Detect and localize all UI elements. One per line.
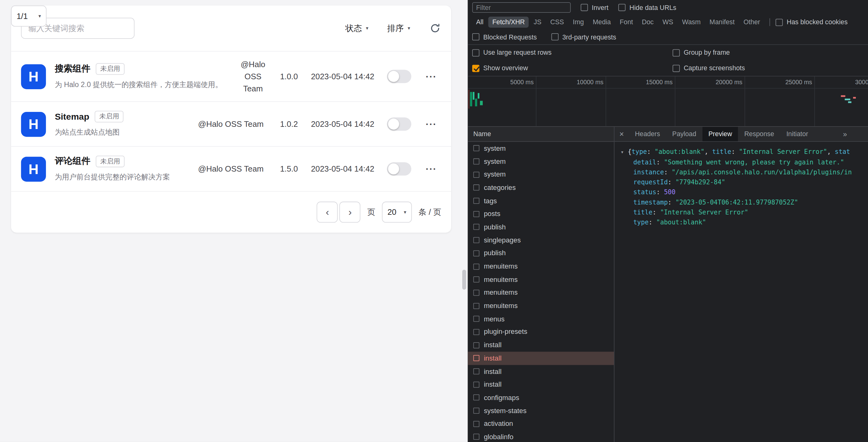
request-row[interactable]: publish bbox=[468, 220, 614, 233]
expander-icon[interactable]: ▾ bbox=[621, 147, 628, 157]
request-row[interactable]: tags bbox=[468, 194, 614, 207]
request-row[interactable]: plugin-presets bbox=[468, 325, 614, 338]
preview-json-line[interactable]: ▾{type: "about:blank", title: "Internal … bbox=[621, 147, 868, 157]
request-row[interactable]: system-states bbox=[468, 404, 614, 417]
next-page-button[interactable]: › bbox=[340, 202, 361, 223]
refresh-button[interactable] bbox=[429, 22, 441, 34]
tab-preview[interactable]: Preview bbox=[703, 127, 738, 141]
network-overview-timeline[interactable]: 5000 ms10000 ms15000 ms20000 ms25000 ms3… bbox=[468, 77, 868, 127]
tab-payload[interactable]: Payload bbox=[666, 127, 702, 141]
plugin-main: 评论组件 未启用 为用户前台提供完整的评论解决方案 bbox=[52, 156, 187, 182]
request-name: configmaps bbox=[484, 394, 519, 402]
request-type-icon bbox=[473, 381, 480, 388]
preview-json-line: status: 500 bbox=[621, 187, 868, 197]
blocked-requests-checkbox[interactable]: Blocked Requests bbox=[472, 33, 537, 41]
plugin-author[interactable]: @Halo OSS Team bbox=[192, 163, 269, 175]
request-row[interactable]: globalinfo bbox=[468, 431, 614, 442]
request-name: singlepages bbox=[484, 236, 521, 244]
type-filter-pill[interactable]: Doc bbox=[638, 17, 658, 28]
timeline-gridline bbox=[606, 77, 606, 126]
request-name: publish bbox=[484, 223, 506, 231]
plugin-author[interactable]: @Halo OSS Team bbox=[237, 58, 270, 95]
plugin-name[interactable]: 评论组件 bbox=[55, 156, 90, 167]
has-blocked-cookies-checkbox[interactable]: Has blocked cookies bbox=[776, 18, 848, 26]
type-filter-pill[interactable]: Img bbox=[569, 17, 588, 28]
show-overview-checkbox[interactable]: Show overview bbox=[472, 64, 528, 72]
plugin-author[interactable]: @Halo OSS Team bbox=[192, 118, 269, 130]
pagination-buttons: ‹ › bbox=[317, 202, 361, 223]
type-filter-pill[interactable]: JS bbox=[530, 17, 545, 28]
plugin-name[interactable]: Sitemap bbox=[55, 112, 89, 121]
request-name: menuitems bbox=[484, 263, 518, 270]
page-size-select[interactable]: 20 ▾ bbox=[382, 202, 412, 223]
invert-checkbox[interactable]: Invert bbox=[581, 4, 608, 11]
plugin-enable-toggle[interactable] bbox=[387, 162, 411, 176]
use-large-rows-checkbox[interactable]: Use large request rows bbox=[472, 49, 552, 57]
request-row[interactable]: publish bbox=[468, 247, 614, 260]
page-size-unit-label: 条 / 页 bbox=[418, 207, 441, 217]
plugin-row: H Sitemap 未启用 为站点生成站点地图 @Halo OSS Team 1… bbox=[11, 101, 452, 146]
checkbox-box-icon bbox=[551, 33, 558, 40]
checkbox-label: Show overview bbox=[484, 64, 528, 72]
request-row[interactable]: configmaps bbox=[468, 391, 614, 404]
page-scrollbar-thumb[interactable] bbox=[462, 270, 466, 290]
more-tabs-button[interactable]: » bbox=[843, 127, 847, 141]
network-filter-input[interactable] bbox=[472, 2, 571, 13]
request-row[interactable]: menuitems bbox=[468, 299, 614, 313]
plugin-more-button[interactable]: ··· bbox=[426, 119, 437, 129]
network-main-split: Name system system system categories tag… bbox=[468, 127, 868, 442]
request-name: system bbox=[484, 171, 506, 178]
type-filter-pill[interactable]: Wasm bbox=[678, 17, 705, 28]
request-row[interactable]: menus bbox=[468, 313, 614, 325]
request-row[interactable]: install bbox=[468, 378, 614, 391]
type-filter-pill[interactable]: Media bbox=[589, 17, 615, 28]
type-filter-pill[interactable]: All bbox=[472, 17, 488, 28]
request-row[interactable]: categories bbox=[468, 181, 614, 194]
plugin-more-button[interactable]: ··· bbox=[426, 164, 437, 173]
type-filter-pill[interactable]: CSS bbox=[547, 17, 568, 28]
tab-initiator[interactable]: Initiator bbox=[780, 127, 814, 141]
plugin-enable-toggle[interactable] bbox=[387, 117, 411, 131]
requests-column-header[interactable]: Name bbox=[468, 127, 614, 142]
plugin-more-button[interactable]: ··· bbox=[426, 72, 437, 81]
prev-page-button[interactable]: ‹ bbox=[317, 202, 338, 223]
request-row[interactable]: singlepages bbox=[468, 234, 614, 247]
request-row[interactable]: activation bbox=[468, 417, 614, 431]
request-name: categories bbox=[484, 184, 516, 191]
group-by-frame-checkbox[interactable]: Group by frame bbox=[673, 49, 730, 57]
request-type-icon bbox=[473, 277, 480, 283]
activity-bar bbox=[473, 92, 474, 100]
request-row[interactable]: menuitems bbox=[468, 273, 614, 286]
type-filter-pill[interactable]: Manifest bbox=[706, 17, 739, 28]
plugin-toolbar: 状态 ▾ 排序 ▾ bbox=[11, 6, 452, 51]
plugin-main: Sitemap 未启用 为站点生成站点地图 bbox=[52, 111, 187, 137]
request-row[interactable]: system bbox=[468, 142, 614, 155]
plugin-updated-date: 2023-05-04 14:42 bbox=[309, 120, 377, 129]
request-row[interactable]: install bbox=[468, 352, 614, 365]
type-filter-pill[interactable]: Other bbox=[740, 17, 764, 28]
type-filter-pill[interactable]: Font bbox=[616, 17, 637, 28]
request-row[interactable]: install bbox=[468, 338, 614, 352]
type-filter-pill[interactable]: WS bbox=[659, 17, 677, 28]
type-filter-pill[interactable]: Fetch/XHR bbox=[488, 17, 529, 28]
request-row[interactable]: system bbox=[468, 168, 614, 181]
status-filter-dropdown[interactable]: 状态 ▾ bbox=[345, 23, 368, 34]
sort-dropdown[interactable]: 排序 ▾ bbox=[387, 23, 410, 34]
close-detail-button[interactable]: × bbox=[615, 127, 629, 141]
plugin-version: 1.0.2 bbox=[275, 120, 303, 129]
request-row[interactable]: install bbox=[468, 365, 614, 378]
plugin-enable-toggle[interactable] bbox=[387, 70, 411, 83]
plugin-name[interactable]: 搜索组件 bbox=[55, 63, 90, 75]
request-row[interactable]: menuitems bbox=[468, 260, 614, 273]
third-party-requests-checkbox[interactable]: 3rd-party requests bbox=[551, 33, 616, 41]
request-row[interactable]: system bbox=[468, 155, 614, 168]
tab-response[interactable]: Response bbox=[738, 127, 780, 141]
hide-data-urls-checkbox[interactable]: Hide data URLs bbox=[618, 4, 676, 11]
request-type-icon bbox=[473, 290, 480, 296]
capture-screenshots-checkbox[interactable]: Capture screenshots bbox=[673, 64, 745, 72]
tab-headers[interactable]: Headers bbox=[629, 127, 666, 141]
page-select[interactable]: 1/1 ▾ bbox=[11, 6, 46, 27]
request-row[interactable]: menuitems bbox=[468, 286, 614, 299]
request-row[interactable]: posts bbox=[468, 207, 614, 220]
timeline-tick-label: 15000 ms bbox=[634, 79, 673, 85]
